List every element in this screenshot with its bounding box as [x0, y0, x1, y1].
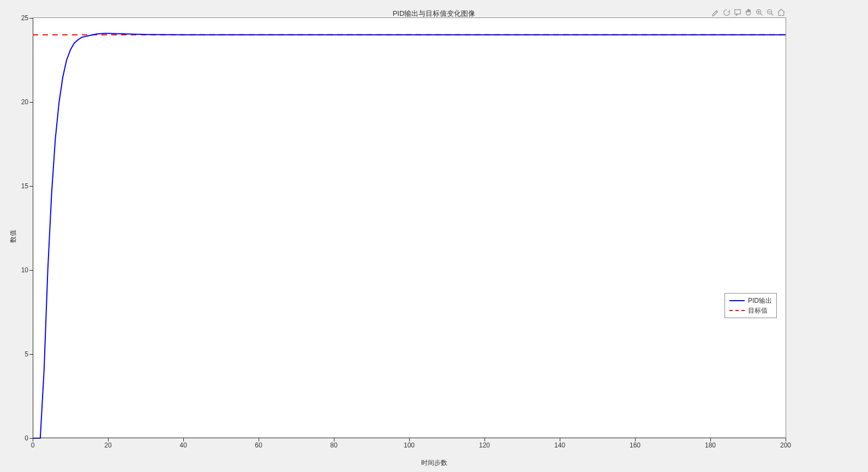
x-tick-label: 60 — [255, 438, 262, 449]
x-tick-label: 140 — [554, 438, 565, 449]
zoom-in-icon[interactable] — [755, 8, 764, 17]
figure: PID输出与目标值变化图像 0510152025 020406080100120… — [0, 0, 868, 472]
y-axis-label: 数值 — [9, 230, 18, 243]
x-tick-label: 100 — [404, 438, 415, 449]
pan-icon[interactable] — [744, 8, 753, 17]
x-tick-label: 160 — [630, 438, 640, 449]
x-tick-label: 80 — [330, 438, 337, 449]
legend[interactable]: PID输出 目标值 — [725, 293, 777, 318]
legend-swatch-target — [729, 307, 745, 314]
x-tick-label: 180 — [705, 438, 716, 449]
x-tick-label: 0 — [31, 438, 35, 449]
zoom-out-icon[interactable] — [765, 8, 775, 17]
plot-svg — [33, 18, 786, 438]
legend-item-pid[interactable]: PID输出 — [729, 296, 772, 306]
y-tick-label: 15 — [21, 182, 33, 190]
brush-icon[interactable] — [711, 8, 721, 17]
legend-item-target[interactable]: 目标值 — [729, 306, 772, 315]
y-tick-label: 5 — [25, 350, 33, 358]
series-pid — [33, 33, 786, 438]
home-icon[interactable] — [776, 8, 786, 17]
y-tick-label: 20 — [21, 98, 33, 106]
svg-rect-0 — [735, 10, 741, 14]
rotate-icon[interactable] — [722, 8, 732, 17]
legend-swatch-pid — [729, 297, 745, 304]
x-tick-label: 120 — [479, 438, 490, 449]
y-tick-label: 25 — [21, 14, 33, 22]
datatips-icon[interactable] — [733, 8, 743, 17]
x-tick-label: 200 — [780, 438, 791, 449]
x-axis-label: 时间步数 — [0, 458, 868, 468]
legend-label-pid: PID输出 — [748, 296, 772, 306]
axes[interactable]: 0510152025 020406080100120140160180200 P… — [33, 17, 786, 438]
x-tick-label: 40 — [179, 438, 187, 449]
legend-label-target: 目标值 — [748, 306, 768, 315]
figure-toolbar — [711, 8, 786, 17]
x-tick-label: 20 — [104, 438, 111, 449]
y-tick-label: 10 — [21, 266, 33, 274]
